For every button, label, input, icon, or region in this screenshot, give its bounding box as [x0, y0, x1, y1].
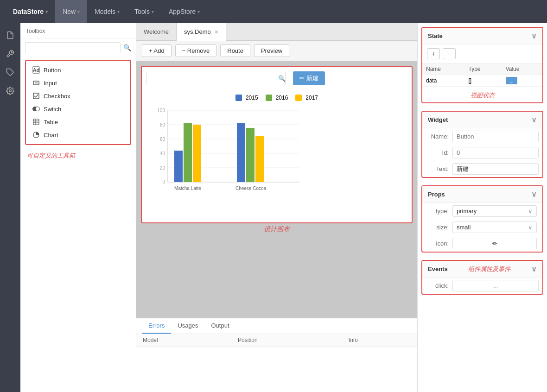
tab-output[interactable]: Output [204, 318, 235, 334]
bottom-panel: Errors Usages Output Model Position Info [136, 318, 417, 392]
top-nav: DataStore ▾ New ▾ Models ▾ Tools ▾ AppSt… [0, 0, 547, 23]
toolbox-button-icon: Ad [32, 66, 40, 74]
col-position: Position [231, 334, 342, 347]
nav-tools[interactable]: Tools ▾ [127, 0, 161, 23]
tab-usages[interactable]: Usages [171, 318, 204, 334]
chart-container: 2015 2016 2017 [146, 90, 407, 204]
canvas-search-icon: 🔍 [278, 75, 286, 82]
widget-id-input[interactable] [452, 147, 539, 158]
widget-text-row: Text: [422, 161, 542, 177]
preview-button[interactable]: Preview [254, 44, 289, 57]
nav-appstore[interactable]: AppStore ▾ [161, 0, 207, 23]
state-collapse-icon[interactable]: ∨ [531, 32, 537, 40]
svg-text:100: 100 [157, 108, 165, 113]
bar-cheese-2016 [246, 128, 254, 182]
props-size-select[interactable]: small ∨ [452, 221, 537, 233]
tab-errors[interactable]: Errors [142, 318, 171, 334]
events-collapse-icon[interactable]: ∨ [531, 265, 537, 273]
state-section-title: State [428, 32, 443, 39]
props-section-header: Props ∨ [422, 186, 542, 203]
toolbox-switch-icon [32, 105, 40, 113]
legend-2015: 2015 [235, 95, 258, 101]
toolbox-input-icon [32, 79, 40, 87]
state-controls: + − [422, 44, 542, 63]
state-remove-btn[interactable]: − [443, 48, 456, 59]
bar-cheese-2015 [237, 123, 245, 182]
legend-dot-2015 [235, 95, 242, 101]
legend-2017: 2017 [295, 95, 318, 101]
props-size-row: size: small ∨ [422, 219, 542, 235]
canvas-design-label: 设计画布 [264, 225, 290, 234]
tab-demo[interactable]: sys.Demo × [177, 23, 226, 41]
nav-datastore[interactable]: DataStore ▾ [6, 0, 55, 23]
bar-cheese-2017 [255, 136, 264, 182]
legend-label-2016: 2016 [276, 95, 288, 101]
props-icon-row: icon: ✏ [422, 235, 542, 252]
toolbox-item-input[interactable]: Input [26, 76, 130, 89]
toolbox-annotation: 可自定义的工具箱 [20, 148, 136, 162]
sidebar-wrench-icon[interactable] [2, 45, 19, 62]
widget-collapse-icon[interactable]: ∨ [531, 115, 537, 124]
state-value-btn[interactable]: ... [506, 77, 517, 84]
canvas-area[interactable]: 🔍 ✏ 新建 2015 2016 [136, 61, 417, 318]
col-info: Info [342, 334, 417, 347]
add-button[interactable]: + Add [142, 44, 172, 57]
canvas-new-button[interactable]: ✏ 新建 [293, 71, 325, 85]
toolbox-search-input[interactable] [25, 42, 121, 53]
tab-welcome[interactable]: Welcome [136, 23, 177, 41]
props-icon-pencil: ✏ [492, 240, 497, 247]
state-section-header: State ∨ [422, 28, 542, 44]
right-panel: State ∨ + − Name Type Value data [417, 23, 547, 392]
toolbox-checkbox-icon [32, 92, 40, 100]
events-click-input[interactable] [452, 280, 539, 291]
widget-name-input[interactable] [452, 131, 539, 142]
toolbox-item-checkbox[interactable]: Checkbox [26, 89, 130, 102]
state-add-btn[interactable]: + [427, 48, 440, 59]
toolbox-header: Toolbox [20, 23, 136, 38]
remove-button[interactable]: − Remove [175, 44, 217, 57]
toolbox-item-button[interactable]: Ad Button [26, 63, 130, 76]
canvas-search-input[interactable] [146, 72, 286, 85]
widget-section-header: Widget ∨ [422, 112, 542, 128]
canvas-searchbar: 🔍 ✏ 新建 [146, 71, 407, 85]
tab-demo-close[interactable]: × [215, 28, 218, 36]
events-section: Events 组件属性及事件 ∨ click: [421, 260, 543, 295]
props-type-value: primary [457, 208, 477, 215]
props-type-row: type: primary ∨ [422, 203, 542, 219]
toolbox-item-chart[interactable]: Chart [26, 128, 130, 141]
toolbar: + Add − Remove Route Preview [136, 41, 417, 61]
toolbox-button-label: Button [44, 67, 61, 74]
sidebar-file-icon[interactable] [2, 27, 19, 44]
state-section: State ∨ + − Name Type Value data [421, 27, 543, 103]
legend-label-2015: 2015 [246, 95, 258, 101]
props-collapse-icon[interactable]: ∨ [531, 190, 537, 199]
design-canvas[interactable]: 🔍 ✏ 新建 2015 2016 [141, 66, 413, 223]
sidebar-plugin-icon[interactable] [2, 64, 19, 81]
sidebar-gear-icon[interactable] [2, 82, 19, 99]
state-row-name: data [422, 75, 465, 87]
events-section-header: Events 组件属性及事件 ∨ [422, 261, 542, 278]
toolbox-item-table[interactable]: Table [26, 115, 130, 128]
events-click-row: click: [422, 278, 542, 294]
legend-label-2017: 2017 [305, 95, 318, 101]
nav-brand-arrow: ▾ [45, 9, 48, 14]
bar-chart-svg: 100 80 60 40 20 0 [146, 106, 304, 198]
nav-models[interactable]: Models ▾ [87, 0, 127, 23]
toolbox-item-switch[interactable]: Switch [26, 102, 130, 115]
widget-section: Widget ∨ Name: Id: Text: [421, 111, 543, 178]
props-size-label: size: [428, 224, 449, 231]
svg-text:Matcha Latte: Matcha Latte [174, 186, 201, 191]
nav-new[interactable]: New ▾ [55, 0, 87, 23]
svg-rect-7 [33, 119, 39, 125]
toolbox-search-icon[interactable]: 🔍 [123, 44, 131, 51]
widget-text-input[interactable] [452, 163, 539, 175]
toolbox-table-label: Table [44, 119, 58, 126]
icon-sidebar [0, 23, 20, 392]
state-row-value[interactable]: ... [502, 75, 542, 87]
widget-id-row: Id: [422, 145, 542, 161]
props-type-select[interactable]: primary ∨ [452, 205, 537, 217]
route-button[interactable]: Route [220, 44, 250, 57]
svg-text:20: 20 [160, 165, 165, 171]
props-icon-field[interactable]: ✏ [452, 238, 537, 249]
toolbox-chart-label: Chart [44, 132, 58, 139]
